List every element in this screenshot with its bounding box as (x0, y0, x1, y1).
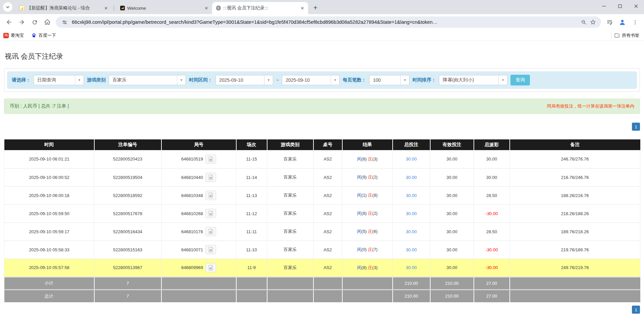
game-type-select[interactable]: 百家乐 ▼ (109, 75, 186, 85)
tab-bet-records[interactable]: :::视讯 会员下注纪录::: ✕ (212, 2, 308, 14)
col-payout: 总派彩 (474, 139, 510, 150)
cell-game-type: 百家乐 (267, 222, 313, 241)
all-bookmarks-button[interactable]: 所有书签 (614, 33, 639, 39)
cell-session: 11-11 (236, 222, 267, 241)
table-footer: 小计 7 210.00 210.00 27.00 总计 7 210.00 210… (4, 277, 640, 302)
cell-table-no: AS2 (313, 168, 342, 186)
tab-close-icon[interactable]: ✕ (103, 5, 109, 11)
kebab-menu-icon[interactable] (629, 16, 641, 28)
cell-time: 2025-09-10 06:01:21 (4, 150, 94, 168)
total-count: 7 (94, 290, 161, 302)
filter-container: 请选择： 日期查询 ▼ 游戏类别 百家乐 ▼ 时间区间： 2025-09-10 … (4, 68, 640, 92)
cell-note: 189.76/218.26 (510, 222, 640, 241)
window-minimize-icon[interactable] (596, 0, 612, 12)
summary-text: 币别 : 人民币 | 总共 :7 注单 | (10, 103, 69, 109)
result-banker-score: (6) (372, 229, 378, 234)
video-replay-button[interactable] (205, 227, 216, 236)
page-content: 视讯 会员下注纪录 请选择： 日期查询 ▼ 游戏类别 百家乐 ▼ 时间区间： 2… (0, 52, 644, 314)
col-valid-bet: 有效投注 (430, 139, 474, 150)
result-banker-score: (2) (372, 211, 378, 216)
site-settings-icon[interactable] (60, 17, 69, 27)
subtotal-label: 小计 (4, 277, 94, 290)
result-banker-score: (2) (372, 175, 378, 180)
round-id-text: 646810178 (181, 229, 203, 234)
page-size-select[interactable]: 100 ▼ (369, 75, 409, 85)
forward-button[interactable] (16, 16, 28, 28)
video-replay-button[interactable] (205, 263, 216, 272)
new-tab-button[interactable]: + (311, 3, 320, 12)
cell-table-no: AS2 (313, 222, 342, 241)
video-replay-button[interactable] (205, 245, 216, 254)
tab-welcome[interactable]: Welcome ✕ (116, 2, 212, 14)
profile-avatar-icon[interactable] (616, 16, 628, 28)
tab-forum[interactable]: 【新提醒】海燕策略论坛 - 综合 ✕ (16, 2, 112, 14)
cell-bet-id: 522800519504 (94, 168, 161, 186)
round-id-text: 646810268 (181, 211, 203, 216)
tab-separator (114, 5, 114, 11)
col-session: 场次 (236, 139, 267, 150)
video-replay-button[interactable] (205, 154, 216, 164)
cell-round-id: 646809969 (161, 259, 236, 277)
subtotal-payout: 27.00 (474, 277, 510, 290)
total-label: 总计 (4, 290, 94, 302)
cell-total-bet-link[interactable]: 30.00 (406, 175, 417, 180)
cell-payout: 28.50 (474, 222, 510, 241)
result-banker: 庄 (367, 175, 373, 180)
date-to-select[interactable]: 2025-09-10 ▼ (282, 75, 340, 85)
game-type-label: 游戏类别 (87, 77, 106, 83)
video-replay-button[interactable] (205, 209, 216, 218)
browser-toolbar: 66cxkj98.com/ipl/portal.php/game/betreco… (0, 14, 644, 30)
query-button[interactable]: 查询 (510, 75, 530, 85)
cell-time: 2025-09-10 05:58:33 (4, 241, 94, 259)
video-record-icon (208, 192, 214, 198)
url-text: 66cxkj98.com/ipl/portal.php/game/betreco… (72, 19, 579, 25)
date-range-tilde: ~ (276, 77, 279, 83)
query-type-select[interactable]: 日期查询 ▼ (34, 75, 84, 85)
cell-result: 闲(6) 庄(3) (342, 150, 393, 168)
cell-total-bet-link[interactable]: 30.00 (406, 211, 417, 216)
back-button[interactable] (3, 16, 15, 28)
cell-session: 11-10 (236, 241, 267, 259)
cell-session: 11-14 (236, 168, 267, 186)
result-player-score: (9) (361, 175, 367, 180)
bookmark-aitaobao[interactable]: 淘 爱淘宝 (3, 33, 24, 39)
col-round-id: 局号 (161, 139, 236, 150)
tab-search-button[interactable] (3, 2, 12, 12)
tab-close-icon[interactable]: ✕ (203, 5, 209, 11)
bookmark-label: 百度一下 (39, 33, 56, 39)
media-controls-icon[interactable] (604, 16, 615, 28)
zoom-icon[interactable] (579, 17, 588, 27)
sort-select[interactable]: 降幂(由大到小) ▼ (439, 75, 507, 85)
cell-total-bet-link[interactable]: 30.00 (406, 193, 417, 198)
page-1-button[interactable]: 1 (632, 123, 640, 131)
round-id-text: 646810348 (181, 193, 203, 198)
result-player: 闲 (357, 229, 361, 234)
cell-total-bet-link[interactable]: 30.00 (406, 265, 417, 270)
cell-game-type: 百家乐 (267, 241, 313, 259)
date-from-select[interactable]: 2025-09-10 ▼ (215, 75, 273, 85)
round-id-text: 646809969 (181, 265, 203, 270)
home-button[interactable] (42, 16, 53, 28)
video-replay-button[interactable] (205, 173, 216, 182)
reload-button[interactable] (29, 16, 40, 28)
page-1-button[interactable]: 1 (632, 306, 640, 314)
total-payout: 27.00 (474, 290, 510, 302)
folder-icon (614, 33, 620, 38)
bookmarks-divider (611, 33, 611, 39)
cell-bet-id: 522800518592 (94, 186, 161, 204)
bookmark-baidu[interactable]: 百度一下 (31, 33, 56, 39)
window-close-icon[interactable] (628, 0, 644, 12)
cell-payout: -30.00 (474, 204, 510, 222)
tab-close-icon[interactable]: ✕ (299, 5, 305, 11)
address-bar[interactable]: 66cxkj98.com/ipl/portal.php/game/betreco… (56, 16, 601, 28)
window-restore-icon[interactable] (612, 0, 628, 12)
cell-total-bet-link[interactable]: 30.00 (406, 229, 417, 234)
cell-total-bet-link[interactable]: 30.00 (406, 247, 417, 252)
cell-valid-bet: 30.00 (430, 186, 474, 204)
cell-total-bet-link[interactable]: 30.00 (406, 156, 417, 162)
cell-table-no: AS2 (313, 241, 342, 259)
cell-time: 2025-09-10 05:57:58 (4, 259, 94, 277)
cell-payout: 30.00 (474, 168, 510, 186)
bookmark-star-icon[interactable] (588, 17, 598, 27)
video-replay-button[interactable] (205, 191, 216, 200)
